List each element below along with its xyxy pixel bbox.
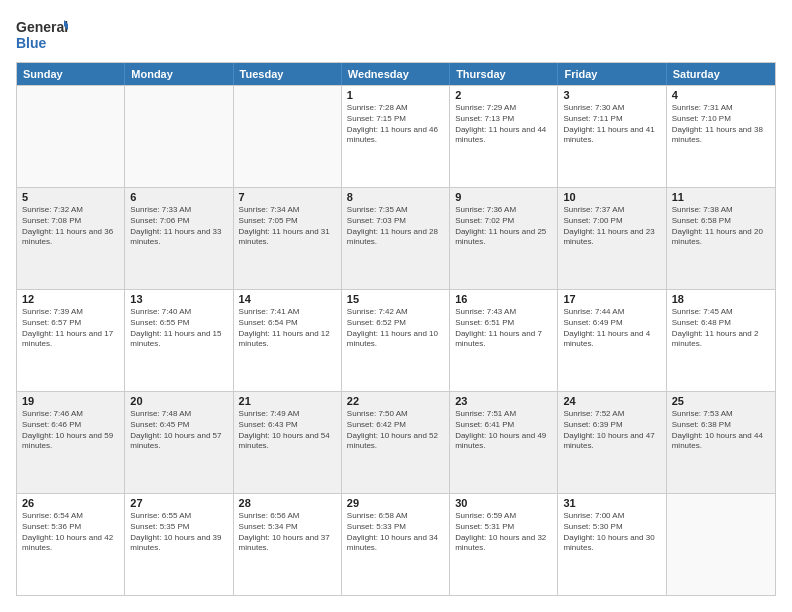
cal-cell: 20Sunrise: 7:48 AM Sunset: 6:45 PM Dayli… (125, 392, 233, 493)
cal-cell: 23Sunrise: 7:51 AM Sunset: 6:41 PM Dayli… (450, 392, 558, 493)
day-number: 8 (347, 191, 444, 203)
cal-header-cell: Monday (125, 63, 233, 85)
day-number: 16 (455, 293, 552, 305)
cell-info: Sunrise: 7:38 AM Sunset: 6:58 PM Dayligh… (672, 205, 770, 248)
cell-info: Sunrise: 7:52 AM Sunset: 6:39 PM Dayligh… (563, 409, 660, 452)
cell-info: Sunrise: 7:28 AM Sunset: 7:15 PM Dayligh… (347, 103, 444, 146)
day-number: 27 (130, 497, 227, 509)
cal-cell: 28Sunrise: 6:56 AM Sunset: 5:34 PM Dayli… (234, 494, 342, 595)
cal-cell: 26Sunrise: 6:54 AM Sunset: 5:36 PM Dayli… (17, 494, 125, 595)
cell-info: Sunrise: 7:30 AM Sunset: 7:11 PM Dayligh… (563, 103, 660, 146)
cell-info: Sunrise: 7:31 AM Sunset: 7:10 PM Dayligh… (672, 103, 770, 146)
day-number: 10 (563, 191, 660, 203)
cell-info: Sunrise: 7:42 AM Sunset: 6:52 PM Dayligh… (347, 307, 444, 350)
calendar: SundayMondayTuesdayWednesdayThursdayFrid… (16, 62, 776, 596)
day-number: 19 (22, 395, 119, 407)
cal-row: 26Sunrise: 6:54 AM Sunset: 5:36 PM Dayli… (17, 493, 775, 595)
day-number: 3 (563, 89, 660, 101)
cal-cell: 27Sunrise: 6:55 AM Sunset: 5:35 PM Dayli… (125, 494, 233, 595)
cal-cell: 12Sunrise: 7:39 AM Sunset: 6:57 PM Dayli… (17, 290, 125, 391)
cell-info: Sunrise: 7:45 AM Sunset: 6:48 PM Dayligh… (672, 307, 770, 350)
header: General Blue (16, 16, 776, 52)
cell-info: Sunrise: 7:44 AM Sunset: 6:49 PM Dayligh… (563, 307, 660, 350)
cell-info: Sunrise: 7:40 AM Sunset: 6:55 PM Dayligh… (130, 307, 227, 350)
cal-cell: 15Sunrise: 7:42 AM Sunset: 6:52 PM Dayli… (342, 290, 450, 391)
day-number: 4 (672, 89, 770, 101)
cell-info: Sunrise: 7:34 AM Sunset: 7:05 PM Dayligh… (239, 205, 336, 248)
cell-info: Sunrise: 7:48 AM Sunset: 6:45 PM Dayligh… (130, 409, 227, 452)
cal-cell (125, 86, 233, 187)
cell-info: Sunrise: 6:55 AM Sunset: 5:35 PM Dayligh… (130, 511, 227, 554)
cell-info: Sunrise: 7:00 AM Sunset: 5:30 PM Dayligh… (563, 511, 660, 554)
cal-cell (234, 86, 342, 187)
cal-header-cell: Thursday (450, 63, 558, 85)
day-number: 12 (22, 293, 119, 305)
day-number: 20 (130, 395, 227, 407)
cell-info: Sunrise: 7:39 AM Sunset: 6:57 PM Dayligh… (22, 307, 119, 350)
cal-cell: 6Sunrise: 7:33 AM Sunset: 7:06 PM Daylig… (125, 188, 233, 289)
day-number: 17 (563, 293, 660, 305)
cal-cell: 31Sunrise: 7:00 AM Sunset: 5:30 PM Dayli… (558, 494, 666, 595)
day-number: 14 (239, 293, 336, 305)
cell-info: Sunrise: 7:36 AM Sunset: 7:02 PM Dayligh… (455, 205, 552, 248)
cal-cell: 19Sunrise: 7:46 AM Sunset: 6:46 PM Dayli… (17, 392, 125, 493)
cal-cell: 4Sunrise: 7:31 AM Sunset: 7:10 PM Daylig… (667, 86, 775, 187)
cell-info: Sunrise: 7:29 AM Sunset: 7:13 PM Dayligh… (455, 103, 552, 146)
cal-cell: 14Sunrise: 7:41 AM Sunset: 6:54 PM Dayli… (234, 290, 342, 391)
cal-cell: 11Sunrise: 7:38 AM Sunset: 6:58 PM Dayli… (667, 188, 775, 289)
day-number: 15 (347, 293, 444, 305)
cal-cell: 21Sunrise: 7:49 AM Sunset: 6:43 PM Dayli… (234, 392, 342, 493)
day-number: 22 (347, 395, 444, 407)
cell-info: Sunrise: 6:54 AM Sunset: 5:36 PM Dayligh… (22, 511, 119, 554)
day-number: 11 (672, 191, 770, 203)
day-number: 21 (239, 395, 336, 407)
cell-info: Sunrise: 7:43 AM Sunset: 6:51 PM Dayligh… (455, 307, 552, 350)
cell-info: Sunrise: 7:46 AM Sunset: 6:46 PM Dayligh… (22, 409, 119, 452)
cell-info: Sunrise: 7:51 AM Sunset: 6:41 PM Dayligh… (455, 409, 552, 452)
cal-cell: 18Sunrise: 7:45 AM Sunset: 6:48 PM Dayli… (667, 290, 775, 391)
page: General Blue SundayMondayTuesdayWednesda… (0, 0, 792, 612)
cal-cell: 16Sunrise: 7:43 AM Sunset: 6:51 PM Dayli… (450, 290, 558, 391)
cal-header-cell: Sunday (17, 63, 125, 85)
cal-header-cell: Saturday (667, 63, 775, 85)
cal-row: 12Sunrise: 7:39 AM Sunset: 6:57 PM Dayli… (17, 289, 775, 391)
cell-info: Sunrise: 6:56 AM Sunset: 5:34 PM Dayligh… (239, 511, 336, 554)
day-number: 28 (239, 497, 336, 509)
cell-info: Sunrise: 7:53 AM Sunset: 6:38 PM Dayligh… (672, 409, 770, 452)
logo: General Blue (16, 16, 68, 52)
cell-info: Sunrise: 7:35 AM Sunset: 7:03 PM Dayligh… (347, 205, 444, 248)
cal-cell: 25Sunrise: 7:53 AM Sunset: 6:38 PM Dayli… (667, 392, 775, 493)
cal-cell: 13Sunrise: 7:40 AM Sunset: 6:55 PM Dayli… (125, 290, 233, 391)
cell-info: Sunrise: 7:37 AM Sunset: 7:00 PM Dayligh… (563, 205, 660, 248)
cal-cell: 17Sunrise: 7:44 AM Sunset: 6:49 PM Dayli… (558, 290, 666, 391)
cell-info: Sunrise: 7:32 AM Sunset: 7:08 PM Dayligh… (22, 205, 119, 248)
day-number: 6 (130, 191, 227, 203)
cal-header-cell: Friday (558, 63, 666, 85)
calendar-header: SundayMondayTuesdayWednesdayThursdayFrid… (17, 63, 775, 85)
cal-cell (17, 86, 125, 187)
calendar-body: 1Sunrise: 7:28 AM Sunset: 7:15 PM Daylig… (17, 85, 775, 595)
day-number: 18 (672, 293, 770, 305)
cal-header-cell: Wednesday (342, 63, 450, 85)
cell-info: Sunrise: 7:41 AM Sunset: 6:54 PM Dayligh… (239, 307, 336, 350)
cal-cell: 30Sunrise: 6:59 AM Sunset: 5:31 PM Dayli… (450, 494, 558, 595)
day-number: 31 (563, 497, 660, 509)
cal-cell: 2Sunrise: 7:29 AM Sunset: 7:13 PM Daylig… (450, 86, 558, 187)
day-number: 1 (347, 89, 444, 101)
day-number: 7 (239, 191, 336, 203)
day-number: 5 (22, 191, 119, 203)
logo-svg: General Blue (16, 16, 68, 52)
cell-info: Sunrise: 7:50 AM Sunset: 6:42 PM Dayligh… (347, 409, 444, 452)
cell-info: Sunrise: 6:58 AM Sunset: 5:33 PM Dayligh… (347, 511, 444, 554)
cal-cell: 22Sunrise: 7:50 AM Sunset: 6:42 PM Dayli… (342, 392, 450, 493)
cell-info: Sunrise: 7:33 AM Sunset: 7:06 PM Dayligh… (130, 205, 227, 248)
cal-cell: 29Sunrise: 6:58 AM Sunset: 5:33 PM Dayli… (342, 494, 450, 595)
cal-row: 5Sunrise: 7:32 AM Sunset: 7:08 PM Daylig… (17, 187, 775, 289)
cell-info: Sunrise: 6:59 AM Sunset: 5:31 PM Dayligh… (455, 511, 552, 554)
day-number: 25 (672, 395, 770, 407)
cal-cell: 1Sunrise: 7:28 AM Sunset: 7:15 PM Daylig… (342, 86, 450, 187)
cal-cell: 7Sunrise: 7:34 AM Sunset: 7:05 PM Daylig… (234, 188, 342, 289)
cell-info: Sunrise: 7:49 AM Sunset: 6:43 PM Dayligh… (239, 409, 336, 452)
cal-row: 19Sunrise: 7:46 AM Sunset: 6:46 PM Dayli… (17, 391, 775, 493)
svg-text:General: General (16, 19, 68, 35)
